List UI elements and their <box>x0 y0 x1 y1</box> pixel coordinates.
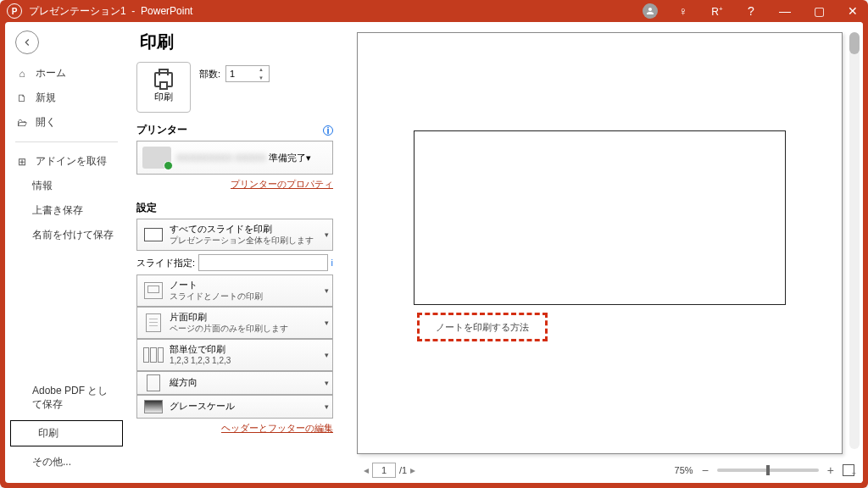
print-range-title: すべてのスライドを印刷 <box>170 224 314 236</box>
chevron-down-icon: ▾ <box>325 286 329 295</box>
spinner-arrows-icon[interactable]: ▲▼ <box>259 67 267 80</box>
chevron-down-icon: ▾ <box>325 319 329 327</box>
nav-addins-label: アドインを取得 <box>36 154 107 169</box>
zoom-out-button[interactable]: − <box>702 463 709 477</box>
print-settings-pane: 印刷 印刷 部数: 1 ▲▼ プリンター i <box>128 22 348 483</box>
preview-slide <box>414 130 786 305</box>
nav-new-label: 新規 <box>36 91 56 105</box>
nav-home[interactable]: ⌂ ホーム <box>5 61 128 86</box>
nav-info[interactable]: 情報 <box>5 174 128 198</box>
zoom-percent: 75% <box>675 465 693 475</box>
next-page-button[interactable]: ▸ <box>410 464 415 476</box>
grayscale-icon <box>144 400 163 413</box>
notes-layout-icon <box>144 282 163 299</box>
zoom-in-button[interactable]: + <box>827 463 834 477</box>
print-button-label: 印刷 <box>154 91 173 103</box>
sides-title: 片面印刷 <box>170 312 288 324</box>
layout-dropdown[interactable]: ノート スライドとノートの印刷 ▾ <box>136 274 333 307</box>
header-footer-link[interactable]: ヘッダーとフッターの編集 <box>136 422 333 435</box>
slides-icon <box>144 228 163 241</box>
nav-home-label: ホーム <box>36 66 66 80</box>
collate-dropdown[interactable]: 部単位で印刷 1,2,3 1,2,3 1,2,3 ▾ <box>136 339 333 371</box>
account-avatar[interactable] <box>643 3 658 19</box>
close-button[interactable]: ✕ <box>844 4 861 18</box>
scrollbar-thumb[interactable] <box>849 32 860 54</box>
page-total: /1 <box>399 465 407 475</box>
coming-soon-icon[interactable]: ♀ <box>675 4 692 18</box>
new-icon: 🗋 <box>15 92 29 104</box>
maximize-button[interactable]: ▢ <box>810 4 827 18</box>
current-page-field[interactable]: 1 <box>372 463 396 478</box>
printer-dropdown[interactable]: XXXXXXXXX XXXXX 準備完了 ▾ <box>136 141 333 175</box>
info-icon[interactable]: i <box>323 125 333 136</box>
fit-to-window-button[interactable] <box>843 464 854 476</box>
printer-icon <box>154 72 173 87</box>
help-icon[interactable]: ? <box>743 4 760 18</box>
slide-range-label: スライド指定: <box>136 257 195 269</box>
open-icon: 🗁 <box>15 117 29 129</box>
home-icon: ⌂ <box>15 68 29 80</box>
document-title: プレゼンテーション1 <box>29 4 126 19</box>
chevron-down-icon: ▾ <box>325 402 329 411</box>
info-icon[interactable]: i <box>331 258 333 268</box>
color-dropdown[interactable]: グレースケール ▾ <box>136 395 333 419</box>
chevron-down-icon: ▾ <box>325 351 329 359</box>
nav-new[interactable]: 🗋 新規 <box>5 86 128 110</box>
backstage-sidebar: ⌂ ホーム 🗋 新規 🗁 開く ⊞ アドインを取得 情報 上書き保存 名前を付け… <box>5 22 128 483</box>
preview-scrollbar[interactable] <box>849 32 860 449</box>
preview-status-bar: ◂ 1 /1 ▸ 75% − + <box>348 458 863 483</box>
settings-section-label: 設定 <box>136 201 157 215</box>
zoom-slider[interactable] <box>717 469 819 472</box>
printer-section-label: プリンター <box>136 123 187 137</box>
minimize-button[interactable]: — <box>776 4 793 18</box>
preview-page: ノートを印刷する方法 <box>357 32 843 454</box>
feedback-icon[interactable]: R+ <box>709 5 726 18</box>
printer-status: 準備完了 <box>269 152 306 163</box>
page-side-icon <box>146 313 161 332</box>
nav-open[interactable]: 🗁 開く <box>5 110 128 135</box>
layout-title: ノート <box>170 280 263 291</box>
addins-icon: ⊞ <box>15 156 29 168</box>
printer-name: XXXXXXXXX XXXXX <box>176 152 266 163</box>
sides-sub: ページの片面のみを印刷します <box>170 324 288 335</box>
preview-note-text: ノートを印刷する方法 <box>436 321 529 334</box>
orientation-label: 縦方向 <box>170 377 198 389</box>
app-name: PowerPoint <box>141 5 192 17</box>
copies-label: 部数: <box>199 68 220 80</box>
preview-notes-highlight: ノートを印刷する方法 <box>417 313 548 341</box>
layout-sub: スライドとノートの印刷 <box>170 291 263 302</box>
copies-spinner[interactable]: 1 ▲▼ <box>225 65 270 82</box>
print-range-sub: プレゼンテーション全体を印刷します <box>170 236 314 247</box>
nav-get-addins[interactable]: ⊞ アドインを取得 <box>5 149 128 174</box>
color-label: グレースケール <box>170 401 235 413</box>
chevron-down-icon: ▾ <box>325 379 329 387</box>
app-icon: P <box>7 3 22 19</box>
portrait-icon <box>147 374 160 391</box>
print-preview-area: ノートを印刷する方法 ◂ 1 /1 ▸ 75% − + <box>348 22 863 483</box>
nav-print[interactable]: 印刷 <box>10 420 123 446</box>
page-title: 印刷 <box>140 30 333 53</box>
print-range-dropdown[interactable]: すべてのスライドを印刷 プレゼンテーション全体を印刷します ▾ <box>136 219 333 251</box>
back-button[interactable] <box>15 30 39 54</box>
printer-properties-link[interactable]: プリンターのプロパティ <box>136 178 333 191</box>
nav-save-as[interactable]: 名前を付けて保存 <box>5 223 128 247</box>
sides-dropdown[interactable]: 片面印刷 ページの片面のみを印刷します ▾ <box>136 307 333 339</box>
copies-value: 1 <box>230 69 235 79</box>
nav-open-label: 開く <box>36 115 56 130</box>
print-button[interactable]: 印刷 <box>136 62 191 113</box>
collate-icon <box>143 347 164 363</box>
nav-adobe-pdf[interactable]: Adobe PDF として保存 <box>5 379 128 418</box>
chevron-down-icon: ▾ <box>306 152 311 164</box>
titlebar: P プレゼンテーション1 - PowerPoint ♀ R+ ? — ▢ ✕ <box>0 0 868 22</box>
chevron-down-icon: ▾ <box>325 230 329 239</box>
orientation-dropdown[interactable]: 縦方向 ▾ <box>136 371 333 395</box>
nav-save[interactable]: 上書き保存 <box>5 198 128 223</box>
printer-device-icon <box>142 147 171 169</box>
nav-other[interactable]: その他... <box>5 450 128 474</box>
collate-title: 部単位で印刷 <box>170 344 231 356</box>
prev-page-button[interactable]: ◂ <box>364 464 369 476</box>
collate-sub: 1,2,3 1,2,3 1,2,3 <box>170 356 231 367</box>
slide-range-input[interactable] <box>198 254 327 271</box>
